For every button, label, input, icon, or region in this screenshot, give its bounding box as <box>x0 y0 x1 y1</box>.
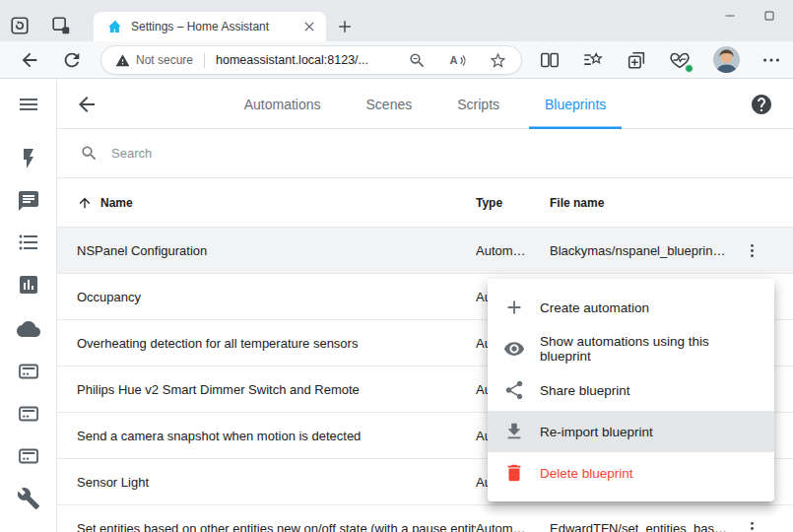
blueprint-file: EdwardTFN/set_entities_bas… <box>550 521 737 532</box>
close-tab-icon[interactable] <box>300 18 318 35</box>
blueprint-type: Autom… <box>476 243 550 258</box>
search-row <box>57 129 793 178</box>
read-aloud-icon[interactable]: A <box>448 51 467 70</box>
tab-automations[interactable]: Automations <box>229 80 337 129</box>
column-header-file[interactable]: File name <box>550 196 737 210</box>
back-icon[interactable] <box>19 49 40 71</box>
lightning-icon[interactable] <box>17 147 40 170</box>
browser-tab[interactable]: Settings – Home Assistant <box>94 12 326 41</box>
tab-label: Scenes <box>366 97 413 112</box>
maximize-icon[interactable] <box>750 0 789 32</box>
browser-nav-bar: Not secure homeassistant.local:8123/... … <box>0 41 793 79</box>
workspaces-icon[interactable] <box>50 15 72 36</box>
server-icon[interactable] <box>17 402 40 426</box>
tab-label: Blueprints <box>545 97 606 112</box>
menu-item-label: Re-import blueprint <box>540 425 653 439</box>
search-input[interactable] <box>111 146 793 161</box>
blueprint-name: Overheating detection for all temperatur… <box>77 336 476 351</box>
tab-scenes[interactable]: Scenes <box>351 80 429 129</box>
ha-header: Automations Scenes Scripts Blueprints <box>57 80 793 129</box>
cloud-icon[interactable] <box>17 317 40 341</box>
search-icon <box>80 144 99 163</box>
server-icon[interactable] <box>17 360 40 383</box>
download-icon <box>503 421 525 442</box>
menu-item-label: Show automations using this blueprint <box>540 334 759 364</box>
favorites-hub-icon[interactable] <box>581 49 605 71</box>
blueprint-file: Blackymas/nspanel_blueprin… <box>550 243 737 258</box>
menu-item-reimport-blueprint[interactable]: Re-import blueprint <box>488 411 774 452</box>
row-overflow-icon[interactable] <box>737 513 766 532</box>
profile-avatar[interactable] <box>713 46 740 73</box>
tab-label: Automations <box>244 97 321 112</box>
list-icon[interactable] <box>17 231 40 254</box>
back-arrow-icon[interactable] <box>75 93 99 116</box>
tab-blueprints[interactable]: Blueprints <box>529 80 622 129</box>
tab-label: Scripts <box>457 97 499 112</box>
browser-tab-strip: Settings – Home Assistant <box>0 0 793 41</box>
home-assistant-favicon <box>107 19 123 34</box>
eye-icon <box>503 338 525 360</box>
menu-item-label: Create automation <box>540 300 649 315</box>
column-header-type[interactable]: Type <box>476 196 550 210</box>
security-label[interactable]: Not secure <box>136 53 193 67</box>
address-divider <box>204 53 205 68</box>
blueprint-name: Sensor Light <box>77 475 476 490</box>
tab-scripts[interactable]: Scripts <box>441 80 515 129</box>
plus-icon <box>503 297 525 318</box>
menu-item-label: Share blueprint <box>540 383 630 398</box>
menu-item-delete-blueprint[interactable]: Delete blueprint <box>488 452 774 494</box>
blueprint-type: Autom… <box>476 521 550 532</box>
blueprint-name: NSPanel Configuration <box>77 243 476 258</box>
browser-window: Settings – Home Assistant <box>0 0 793 532</box>
new-tab-icon[interactable] <box>335 17 355 36</box>
chat-icon[interactable] <box>17 189 40 213</box>
chart-icon[interactable] <box>17 273 40 297</box>
trash-icon <box>503 462 525 484</box>
table-header: Name Type File name <box>57 178 793 228</box>
server-icon[interactable] <box>17 444 40 468</box>
row-overflow-icon[interactable] <box>737 235 766 265</box>
window-controls <box>710 0 789 32</box>
collections-icon[interactable] <box>625 49 648 71</box>
share-icon <box>503 379 525 401</box>
tab-title: Settings – Home Assistant <box>131 20 293 33</box>
tab-actions-icon[interactable] <box>9 15 31 36</box>
menu-item-show-automations[interactable]: Show automations using this blueprint <box>488 328 774 369</box>
menu-item-share-blueprint[interactable]: Share blueprint <box>488 369 774 411</box>
address-bar[interactable]: Not secure homeassistant.local:8123/... … <box>100 45 522 75</box>
refresh-icon[interactable] <box>61 49 83 71</box>
table-row[interactable]: Set entities based on other entities new… <box>57 505 793 532</box>
wrench-icon[interactable] <box>17 487 40 510</box>
help-icon[interactable] <box>750 93 773 116</box>
browser-essentials-icon[interactable] <box>668 49 692 71</box>
minimize-icon[interactable] <box>710 0 750 32</box>
menu-item-label: Delete blueprint <box>540 466 633 481</box>
blueprint-name: Set entities based on other entities new… <box>77 521 476 532</box>
status-dot <box>685 64 694 73</box>
menu-item-create-automation[interactable]: Create automation <box>488 287 774 328</box>
blueprint-name: Philips Hue v2 Smart Dimmer Switch and R… <box>77 382 476 397</box>
ha-sidebar <box>0 80 57 532</box>
blueprint-name: Occupancy <box>77 290 476 304</box>
warning-icon <box>115 53 130 68</box>
favorite-star-icon[interactable] <box>489 51 507 70</box>
table-row[interactable]: NSPanel Configuration Autom… Blackymas/n… <box>57 228 793 274</box>
sort-ascending-icon[interactable] <box>77 195 93 211</box>
url-text[interactable]: homeassistant.local:8123/... <box>216 53 400 67</box>
menu-icon[interactable] <box>17 93 40 116</box>
settings-more-icon[interactable] <box>760 49 782 71</box>
svg-text:A: A <box>450 54 458 66</box>
column-header-name[interactable]: Name <box>100 196 133 210</box>
zoom-out-icon[interactable] <box>408 51 427 70</box>
blueprint-context-menu: Create automation Show automations using… <box>488 279 774 501</box>
split-screen-icon[interactable] <box>538 49 562 71</box>
blueprint-name: Send a camera snapshot when motion is de… <box>77 429 476 443</box>
